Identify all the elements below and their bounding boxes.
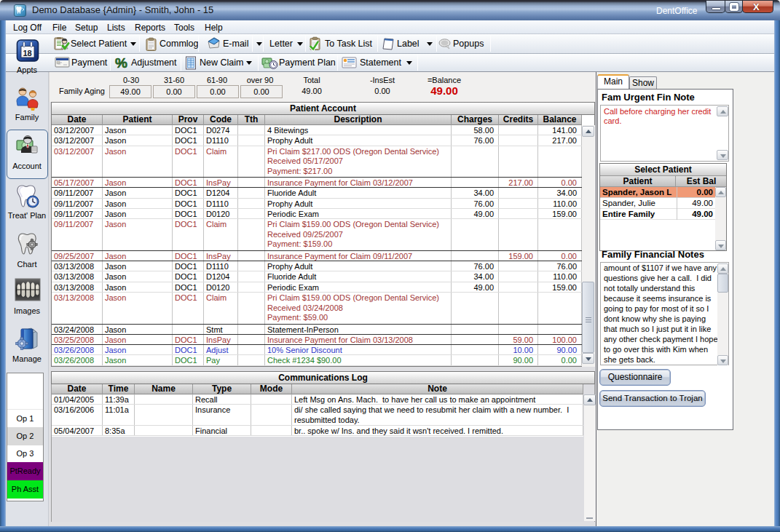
- svg-text:18: 18: [23, 49, 32, 57]
- svg-text:%: %: [115, 55, 127, 71]
